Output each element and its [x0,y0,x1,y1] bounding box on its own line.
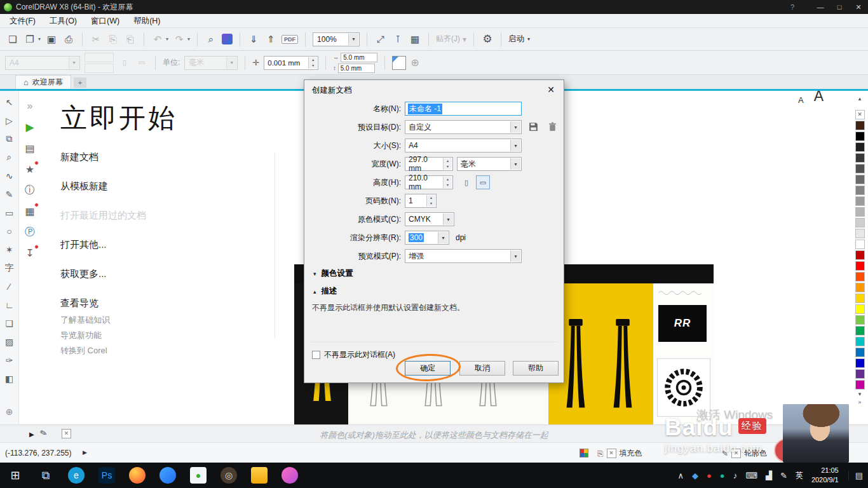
network-icon[interactable]: ▟ [766,471,772,480]
preset-select[interactable]: 自定义 ▾ [405,120,522,134]
export-icon[interactable]: ⇑ [264,34,277,45]
save-preset-icon[interactable] [528,121,539,134]
color-swatch[interactable] [855,121,865,130]
palette-expand[interactable]: » [858,399,861,407]
options-gear-icon[interactable]: ⚙ [481,32,494,46]
color-swatch[interactable] [855,294,865,303]
pick-tool[interactable]: ↖ [2,93,17,111]
width-spinner[interactable]: 297.0 mm ▴▾ [405,157,453,171]
preview-mode-select[interactable]: 增强 ▾ [405,249,522,263]
menu-help[interactable]: 帮助(H) [126,14,167,28]
duplicate-distance-fields[interactable]: ↔5.0 mm ↕5.0 mm [333,53,377,73]
palette-scroll-down[interactable]: ▾ [858,391,862,399]
color-swatch[interactable] [855,142,865,152]
nav-updates[interactable]: ↧ [22,246,37,260]
nav-gallery[interactable]: ▦ [22,204,37,218]
color-swatch[interactable] [855,283,865,292]
firefox-browser[interactable] [122,463,153,488]
link-open-other[interactable]: 打开其他... [60,239,251,251]
color-swatch[interactable] [855,348,865,357]
color-swatch[interactable] [855,218,865,227]
polygon-tool[interactable]: ✶ [2,240,17,259]
chevron-down-icon[interactable]: ▾ [510,250,520,262]
chevron-down-icon[interactable]: ▾ [443,214,453,225]
palette-scroll-up[interactable]: ▴ [858,95,862,104]
pages-spinner[interactable]: 1 ▴▾ [405,194,437,208]
chevron-down-icon[interactable]: ▾ [510,121,520,133]
link-tour-new-features[interactable]: 导览新功能 [60,330,251,341]
landscape-icon[interactable]: ▭ [476,175,490,189]
ok-button[interactable]: 确定 [405,361,451,376]
menu-file[interactable]: 文件(F) [3,14,43,28]
dont-show-again-checkbox[interactable]: 不再显示此对话框(A) [312,349,395,360]
hidden-icons-chevron[interactable]: ∧ [677,471,684,480]
publish-pdf-icon[interactable]: PDF [281,35,298,44]
print-icon[interactable]: ⎙ [62,34,75,45]
delete-preset-icon[interactable] [547,121,558,134]
resolution-combo[interactable]: 300 ▾ [405,231,449,245]
duplicate-x-value[interactable]: 5.0 mm [341,53,377,62]
color-swatch[interactable] [855,272,865,281]
name-input[interactable]: 未命名 -1 [405,102,522,116]
color-swatch[interactable] [855,164,865,173]
chevron-down-icon[interactable]: ▾ [510,140,520,151]
link-learn-basics[interactable]: 了解基础知识 [60,315,251,326]
nav-get-started[interactable]: ▶ [22,120,37,134]
new-tab-button[interactable]: + [74,78,86,88]
color-swatch[interactable] [855,358,865,368]
music-app-icon[interactable]: ● [707,471,712,480]
more-tools[interactable]: ⊕ [2,402,17,421]
color-swatch[interactable] [855,337,865,346]
document-palette-icon[interactable] [580,449,588,458]
freehand-tool[interactable]: ∿ [2,166,17,185]
defender-icon[interactable]: ◆ [692,471,698,480]
color-swatch[interactable] [855,304,865,314]
portrait-icon[interactable]: ▯ [459,175,473,189]
link-new-document[interactable]: 新建文档 [60,151,251,163]
drop-shadow-tool[interactable]: ❏ [2,314,17,332]
task-view-button[interactable]: ⧉ [31,463,61,488]
crop-tool[interactable]: ⧉ [2,130,17,148]
link-new-from-template[interactable]: 从模板新建 [60,180,251,193]
font-decrease-button[interactable]: A [798,95,804,105]
color-swatch[interactable] [855,240,865,249]
show-grid-icon[interactable]: ▦ [409,34,421,45]
zoom-tool[interactable]: ⌕ [2,148,17,166]
quark-browser[interactable] [153,463,183,488]
color-swatch[interactable] [855,196,865,206]
link-view-tour[interactable]: 查看导览 [60,297,251,309]
start-button[interactable]: ⊞ [0,463,31,488]
file-explorer[interactable] [244,463,275,488]
arrow-right-icon[interactable]: ▶ [83,449,87,456]
collapse-panel[interactable]: » [22,99,37,113]
open-dropdown-icon[interactable]: ▾ [38,36,41,42]
color-swatch[interactable] [855,380,865,390]
text-tool[interactable]: 字 [2,259,17,277]
media-app[interactable] [275,463,305,488]
color-swatch[interactable] [855,369,865,379]
shape-tool[interactable]: ▷ [2,111,17,130]
photoshop[interactable]: Ps [92,463,122,488]
nav-learn[interactable]: ⓘ [22,183,37,197]
color-mode-select[interactable]: CMYK ▾ [405,212,454,226]
nav-membership[interactable]: Ⓟ [22,225,37,239]
camera-app[interactable]: ◎ [214,463,244,488]
color-swatch[interactable] [855,250,865,260]
artistic-media-tool[interactable]: ✎ [2,185,17,203]
interactive-fill-tool[interactable]: ◧ [2,369,17,388]
edge-browser[interactable]: e [61,463,92,488]
cancel-button[interactable]: 取消 [459,361,505,376]
height-spinner[interactable]: 210.0 mm ▴▾ [405,175,453,189]
taskbar-clock[interactable]: 21:05 2020/9/1 [811,466,839,485]
rectangle-tool[interactable]: ▭ [2,203,17,222]
volume-icon[interactable]: ♪ [733,471,738,480]
duplicate-y-value[interactable]: 5.0 mm [338,64,375,73]
messenger-icon[interactable]: ● [720,471,725,480]
link-switch-to-corel[interactable]: 转换到 Corel [60,345,251,356]
chevron-down-icon[interactable]: ▾ [510,158,520,170]
help-button[interactable]: 帮助 [513,361,559,376]
import-icon[interactable]: ⇓ [247,34,260,45]
chevron-down-icon[interactable]: ▾ [438,232,448,243]
menu-tools[interactable]: 工具(O) [43,14,84,28]
color-swatch[interactable] [855,315,865,325]
